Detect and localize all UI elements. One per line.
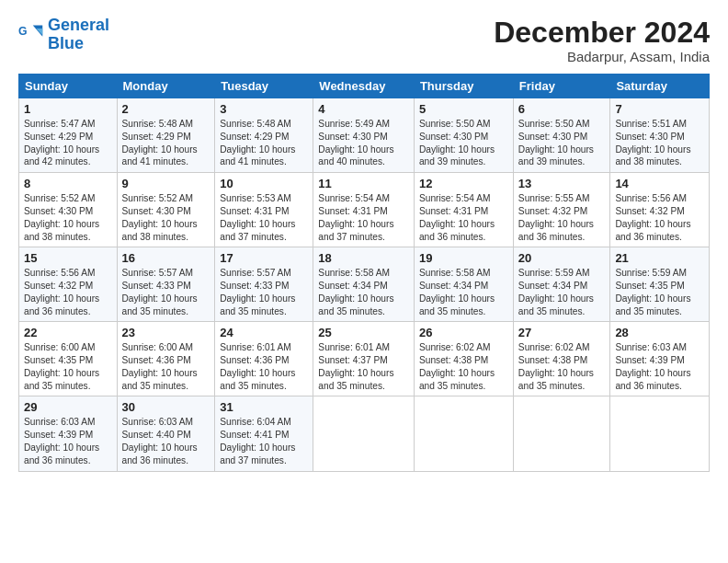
day-number: 12 xyxy=(419,177,508,190)
calendar-body: 1Sunrise: 5:47 AMSunset: 4:29 PMDaylight… xyxy=(19,98,710,471)
calendar-cell: 26Sunrise: 6:02 AMSunset: 4:38 PMDayligh… xyxy=(414,322,513,396)
day-number: 1 xyxy=(24,102,112,116)
day-info: Sunrise: 5:59 AMSunset: 4:35 PMDaylight:… xyxy=(615,267,704,317)
calendar-cell: 25Sunrise: 6:01 AMSunset: 4:37 PMDayligh… xyxy=(313,322,415,396)
calendar-week-3: 15Sunrise: 5:56 AMSunset: 4:32 PMDayligh… xyxy=(19,247,710,322)
calendar-cell: 15Sunrise: 5:56 AMSunset: 4:32 PMDayligh… xyxy=(19,247,118,322)
day-info: Sunrise: 5:57 AMSunset: 4:33 PMDaylight:… xyxy=(220,267,308,317)
header: G General Blue December 2024 Badarpur, A… xyxy=(18,17,710,64)
day-info: Sunrise: 6:02 AMSunset: 4:38 PMDaylight:… xyxy=(419,341,508,392)
day-number: 17 xyxy=(220,251,308,265)
day-number: 27 xyxy=(518,326,606,339)
day-info: Sunrise: 6:02 AMSunset: 4:38 PMDaylight:… xyxy=(518,341,606,392)
day-info: Sunrise: 5:55 AMSunset: 4:32 PMDaylight:… xyxy=(518,192,606,243)
day-info: Sunrise: 6:03 AMSunset: 4:39 PMDaylight:… xyxy=(24,416,112,466)
day-number: 26 xyxy=(419,326,508,339)
calendar-title: December 2024 xyxy=(494,17,710,49)
day-number: 8 xyxy=(24,177,112,190)
logo-blue-text: Blue xyxy=(48,34,84,52)
day-number: 28 xyxy=(615,326,704,339)
day-number: 16 xyxy=(122,251,210,265)
calendar-cell: 22Sunrise: 6:00 AMSunset: 4:35 PMDayligh… xyxy=(19,322,118,396)
calendar-cell: 13Sunrise: 5:55 AMSunset: 4:32 PMDayligh… xyxy=(513,173,610,247)
svg-marker-2 xyxy=(36,29,42,35)
day-info: Sunrise: 5:56 AMSunset: 4:32 PMDaylight:… xyxy=(615,192,704,243)
day-number: 3 xyxy=(220,102,308,116)
calendar-cell: 27Sunrise: 6:02 AMSunset: 4:38 PMDayligh… xyxy=(513,322,610,396)
day-info: Sunrise: 6:00 AMSunset: 4:36 PMDaylight:… xyxy=(122,341,210,392)
svg-text:G: G xyxy=(18,25,28,38)
calendar-cell: 8Sunrise: 5:52 AMSunset: 4:30 PMDaylight… xyxy=(19,173,118,247)
calendar-cell: 28Sunrise: 6:03 AMSunset: 4:39 PMDayligh… xyxy=(610,322,710,396)
day-info: Sunrise: 5:50 AMSunset: 4:30 PMDaylight:… xyxy=(419,118,508,168)
calendar-cell: 9Sunrise: 5:52 AMSunset: 4:30 PMDaylight… xyxy=(117,173,215,247)
calendar-week-5: 29Sunrise: 6:03 AMSunset: 4:39 PMDayligh… xyxy=(19,396,710,471)
day-number: 15 xyxy=(24,251,112,265)
calendar-cell: 17Sunrise: 5:57 AMSunset: 4:33 PMDayligh… xyxy=(215,247,313,322)
calendar-subtitle: Badarpur, Assam, India xyxy=(494,49,710,64)
calendar-cell: 12Sunrise: 5:54 AMSunset: 4:31 PMDayligh… xyxy=(414,173,513,247)
day-number: 21 xyxy=(615,251,704,265)
day-info: Sunrise: 5:50 AMSunset: 4:30 PMDaylight:… xyxy=(518,118,606,168)
day-info: Sunrise: 6:03 AMSunset: 4:39 PMDaylight:… xyxy=(615,341,704,392)
day-info: Sunrise: 5:47 AMSunset: 4:29 PMDaylight:… xyxy=(24,118,112,168)
calendar-cell xyxy=(513,396,610,471)
calendar-cell: 18Sunrise: 5:58 AMSunset: 4:34 PMDayligh… xyxy=(313,247,415,322)
weekday-header-wednesday: Wednesday xyxy=(313,75,415,98)
day-number: 29 xyxy=(24,400,112,414)
calendar-header: SundayMondayTuesdayWednesdayThursdayFrid… xyxy=(19,75,710,98)
day-info: Sunrise: 5:52 AMSunset: 4:30 PMDaylight:… xyxy=(24,192,112,243)
calendar-cell: 20Sunrise: 5:59 AMSunset: 4:34 PMDayligh… xyxy=(513,247,610,322)
calendar-cell: 24Sunrise: 6:01 AMSunset: 4:36 PMDayligh… xyxy=(215,322,313,396)
weekday-header-thursday: Thursday xyxy=(414,75,513,98)
day-info: Sunrise: 5:53 AMSunset: 4:31 PMDaylight:… xyxy=(220,192,308,243)
calendar-week-2: 8Sunrise: 5:52 AMSunset: 4:30 PMDaylight… xyxy=(19,173,710,247)
weekday-header-sunday: Sunday xyxy=(19,75,118,98)
day-number: 9 xyxy=(122,177,210,190)
calendar-cell: 3Sunrise: 5:48 AMSunset: 4:29 PMDaylight… xyxy=(215,98,313,173)
title-block: December 2024 Badarpur, Assam, India xyxy=(494,17,710,64)
day-info: Sunrise: 5:49 AMSunset: 4:30 PMDaylight:… xyxy=(318,118,409,168)
calendar-cell: 16Sunrise: 5:57 AMSunset: 4:33 PMDayligh… xyxy=(117,247,215,322)
day-info: Sunrise: 5:56 AMSunset: 4:32 PMDaylight:… xyxy=(24,267,112,317)
logo-general: General xyxy=(48,16,109,34)
calendar-cell: 4Sunrise: 5:49 AMSunset: 4:30 PMDaylight… xyxy=(313,98,415,173)
day-number: 6 xyxy=(518,102,606,116)
calendar-cell: 31Sunrise: 6:04 AMSunset: 4:41 PMDayligh… xyxy=(215,396,313,471)
day-number: 22 xyxy=(24,326,112,339)
calendar-cell: 2Sunrise: 5:48 AMSunset: 4:29 PMDaylight… xyxy=(117,98,215,173)
day-info: Sunrise: 6:03 AMSunset: 4:40 PMDaylight:… xyxy=(122,416,210,466)
logo-icon: G xyxy=(18,22,44,48)
day-number: 25 xyxy=(318,326,409,339)
day-number: 20 xyxy=(518,251,606,265)
weekday-header-friday: Friday xyxy=(513,75,610,98)
calendar-cell: 29Sunrise: 6:03 AMSunset: 4:39 PMDayligh… xyxy=(19,396,118,471)
day-number: 5 xyxy=(419,102,508,116)
day-number: 2 xyxy=(122,102,210,116)
day-number: 4 xyxy=(318,102,409,116)
logo-text: General Blue xyxy=(48,17,109,53)
day-info: Sunrise: 5:51 AMSunset: 4:30 PMDaylight:… xyxy=(615,118,704,168)
calendar-cell: 10Sunrise: 5:53 AMSunset: 4:31 PMDayligh… xyxy=(215,173,313,247)
day-info: Sunrise: 5:54 AMSunset: 4:31 PMDaylight:… xyxy=(419,192,508,243)
day-number: 19 xyxy=(419,251,508,265)
day-number: 7 xyxy=(615,102,704,116)
page: G General Blue December 2024 Badarpur, A… xyxy=(0,0,728,481)
calendar-cell: 11Sunrise: 5:54 AMSunset: 4:31 PMDayligh… xyxy=(313,173,415,247)
calendar-cell xyxy=(414,396,513,471)
day-number: 23 xyxy=(122,326,210,339)
day-info: Sunrise: 5:52 AMSunset: 4:30 PMDaylight:… xyxy=(122,192,210,243)
day-number: 24 xyxy=(220,326,308,339)
day-number: 14 xyxy=(615,177,704,190)
calendar-cell: 19Sunrise: 5:58 AMSunset: 4:34 PMDayligh… xyxy=(414,247,513,322)
calendar-cell: 14Sunrise: 5:56 AMSunset: 4:32 PMDayligh… xyxy=(610,173,710,247)
day-info: Sunrise: 6:00 AMSunset: 4:35 PMDaylight:… xyxy=(24,341,112,392)
calendar-cell xyxy=(610,396,710,471)
calendar-cell: 1Sunrise: 5:47 AMSunset: 4:29 PMDaylight… xyxy=(19,98,118,173)
logo: G General Blue xyxy=(18,17,109,53)
weekday-header-monday: Monday xyxy=(117,75,215,98)
calendar-cell: 6Sunrise: 5:50 AMSunset: 4:30 PMDaylight… xyxy=(513,98,610,173)
calendar-cell: 23Sunrise: 6:00 AMSunset: 4:36 PMDayligh… xyxy=(117,322,215,396)
day-number: 18 xyxy=(318,251,409,265)
day-number: 11 xyxy=(318,177,409,190)
